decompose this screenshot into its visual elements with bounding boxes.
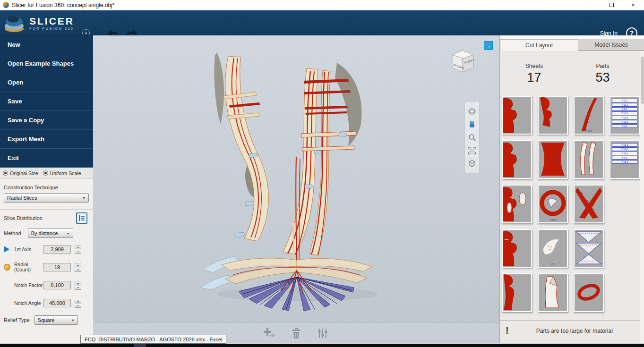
menu-item-open-example-shapes[interactable]: Open Example Shapes: [0, 54, 93, 73]
add-slice-button[interactable]: [262, 326, 278, 340]
sheet-thumbnail-7[interactable]: [574, 140, 604, 179]
sheet-thumbnail-9[interactable]: [502, 185, 532, 223]
material-warning: ! Parts are too large for material: [500, 320, 640, 341]
sheet-thumbnail-16[interactable]: [538, 273, 568, 312]
sheet-thumbnail-6[interactable]: [538, 140, 568, 179]
sheet-thumbnail-12[interactable]: [502, 229, 532, 268]
relief-type-dropdown[interactable]: Square ▼: [34, 315, 78, 325]
first-axis-spin-up[interactable]: ▲: [75, 245, 81, 249]
sheet-thumbnail-11[interactable]: [574, 185, 604, 223]
arrow-right-icon: →: [486, 42, 491, 49]
sheet-thumbnail-1[interactable]: [502, 96, 532, 135]
slice-distribution-label: Slice Distribution: [4, 215, 43, 221]
part-label: Y-11-1: [612, 103, 637, 107]
method-label: Method: [4, 230, 21, 236]
window-title: Slicer for Fusion 360: concept single.ob…: [12, 2, 114, 8]
menu-item-exit[interactable]: Exit: [0, 149, 93, 168]
menu-item-open[interactable]: Open: [0, 73, 93, 92]
sheet-thumbnail-14[interactable]: [574, 229, 604, 268]
layout-stats: Sheets 17 Parts 53: [500, 63, 637, 85]
menu-item-new[interactable]: New: [0, 35, 93, 54]
windows-taskbar[interactable]: [0, 344, 644, 347]
close-icon: ×: [631, 1, 635, 8]
part-label: Y-17-2: [575, 130, 603, 133]
radial-count-spin-up[interactable]: ▲: [75, 263, 81, 267]
fit-view-button[interactable]: [466, 145, 478, 156]
construction-technique-dropdown[interactable]: Radial Slices ▼: [4, 193, 89, 203]
warning-text: Parts are too large for material: [509, 328, 640, 334]
magnifier-icon: [468, 133, 476, 142]
slice-distribution-settings-button[interactable]: [76, 212, 87, 224]
orbit-button[interactable]: [466, 106, 478, 117]
part-label: Y-5-1: [539, 263, 567, 266]
sheets-count: 17: [500, 70, 568, 85]
radial-count-spin-down[interactable]: ▼: [75, 268, 81, 272]
view-cube[interactable]: FRONT RIGHT: [447, 48, 477, 79]
minimize-button[interactable]: [579, 0, 601, 10]
zoom-button[interactable]: [466, 132, 478, 143]
delete-button[interactable]: [288, 326, 304, 340]
title-bar: Slicer for Fusion 360: concept single.ob…: [0, 0, 644, 10]
cube-icon: [468, 159, 476, 168]
top-bar: SLICER FOR FUSION 360 ▼ Sign In ?: [0, 10, 644, 35]
notch-angle-spin-down[interactable]: ▼: [75, 304, 81, 308]
expand-panel-button[interactable]: →: [484, 41, 493, 50]
sheet-grid: Y-17-2 Y-3-1Y-11-1Y-8-1Y-10-1Y-12-1Y-13-…: [502, 96, 642, 318]
parts-count: 53: [568, 70, 637, 85]
first-axis-spin-down[interactable]: ▼: [75, 250, 81, 254]
part-label: Y-4-1: [612, 124, 637, 128]
view-mode-button[interactable]: [466, 158, 478, 169]
part-label: Y-16-1: [612, 143, 637, 147]
fit-icon: [468, 146, 476, 155]
sheet-thumbnail-4[interactable]: Y-3-1Y-11-1Y-8-1Y-10-1Y-12-1Y-13-1Y-4-1: [610, 96, 640, 135]
maximize-button[interactable]: [601, 0, 622, 10]
list-icon: [78, 215, 85, 221]
notch-factor-spin-up[interactable]: ▲: [75, 281, 81, 285]
chevron-down-icon: ▼: [85, 32, 88, 35]
radio-uniform-scale[interactable]: Uniform Scale: [43, 170, 81, 176]
sheet-thumbnail-5[interactable]: [502, 140, 532, 179]
notch-factor-label: Notch Factor: [14, 283, 43, 288]
radio-original-size[interactable]: Original Size: [3, 170, 38, 176]
pan-button[interactable]: [466, 118, 478, 130]
notch-angle-label: Notch Angle: [14, 301, 43, 306]
panel-scrollbar[interactable]: [640, 51, 644, 343]
close-button[interactable]: ×: [622, 0, 644, 10]
notch-factor-input[interactable]: [43, 281, 71, 289]
part-label: Y-13-1: [612, 120, 637, 124]
maximize-icon: [610, 3, 614, 7]
sheet-thumbnail-10[interactable]: Y-14-1: [538, 185, 568, 223]
part-label: Y-3-1: [612, 99, 637, 102]
notch-angle-spin-up[interactable]: ▲: [75, 299, 81, 303]
3d-viewport[interactable]: FRONT RIGHT →: [93, 35, 499, 343]
sheet-thumbnail-17[interactable]: [574, 273, 604, 312]
size-options: Original Size Uniform Scale: [0, 168, 93, 179]
sheet-thumbnail-15[interactable]: [502, 273, 532, 312]
part-label: Y-8-1: [612, 107, 637, 111]
method-dropdown[interactable]: By distance ▼: [28, 229, 73, 238]
tab-cut-layout[interactable]: Cut Layout: [500, 39, 578, 51]
notch-angle-input[interactable]: [43, 299, 71, 307]
taskbar-app-segment[interactable]: [134, 344, 146, 347]
menu-item-save-a-copy[interactable]: Save a Copy: [0, 111, 93, 130]
dropdown-arrow-icon: ▼: [67, 232, 70, 235]
sheet-thumbnail-2[interactable]: [538, 96, 568, 135]
menu-item-export-mesh[interactable]: Export Mesh: [0, 130, 93, 149]
sheet-thumbnail-8[interactable]: Y-16-1Y-12-1Y-11-1Y-9-1Y-18-1: [610, 140, 640, 179]
menu-item-save[interactable]: Save: [0, 92, 93, 111]
first-axis-input[interactable]: [43, 245, 71, 254]
sliders-icon: [317, 327, 329, 339]
scrollbar-thumb[interactable]: [641, 57, 644, 104]
orbit-icon: [468, 107, 476, 116]
sheet-thumbnail-13[interactable]: Y-5-1: [538, 229, 568, 268]
parts-label: Parts: [568, 63, 637, 69]
radial-count-input[interactable]: [43, 263, 71, 271]
adjust-sliders-button[interactable]: [315, 326, 331, 340]
relief-type-label: Relief Type: [4, 317, 30, 323]
part-label: Y-11-1: [612, 152, 637, 155]
notch-factor-spin-down[interactable]: ▼: [75, 286, 81, 290]
main-menu: New Open Example Shapes Open Save Save a…: [0, 35, 93, 168]
tab-model-issues[interactable]: Model Issues: [578, 39, 644, 51]
sheet-thumbnail-3[interactable]: Y-17-2: [574, 96, 604, 135]
brand-logo: SLICER FOR FUSION 360: [4, 13, 74, 33]
